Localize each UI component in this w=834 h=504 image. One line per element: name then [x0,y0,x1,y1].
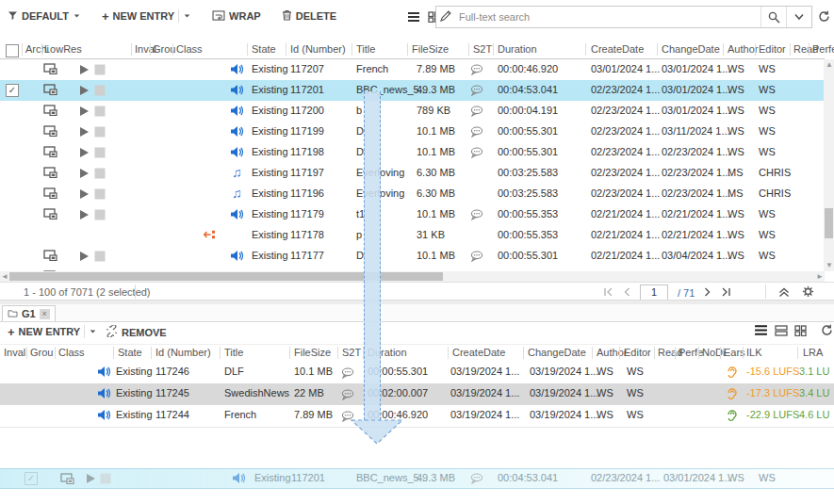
column-separator[interactable] [619,347,620,359]
play-icon[interactable] [79,168,90,181]
column-separator[interactable] [654,347,655,359]
select-all-checkbox[interactable] [6,44,19,57]
column-separator[interactable] [150,43,151,56]
column-separator[interactable] [698,347,699,359]
column-separator[interactable] [675,347,676,359]
filter-default-button[interactable]: DEFAULT [8,10,81,23]
table-row[interactable]: Existing117177D10.1 MB00:00:55.30102/21/… [0,246,825,268]
column-separator[interactable] [790,43,791,56]
column-header-createdate[interactable]: CreateDate [591,43,644,55]
wrap-button[interactable]: WRAP [212,10,261,23]
column-header-ilk[interactable]: ILK [746,347,762,358]
column-separator[interactable] [493,43,494,56]
column-separator[interactable] [131,43,132,56]
column-header-perfe[interactable]: Perfe [679,347,703,358]
tab-g1[interactable]: G1 × [2,305,56,321]
column-separator[interactable] [352,43,352,56]
column-separator[interactable] [723,43,724,56]
table-row[interactable]: Existing117246DLF10.1 MB00:00:55.30103/1… [0,362,834,384]
column-separator[interactable] [448,347,449,359]
scroll-right-icon[interactable]: ► [816,272,824,282]
column-separator[interactable] [407,43,408,56]
list-view-icon[interactable] [754,324,768,338]
stop-icon[interactable] [94,64,106,77]
tab-close-icon[interactable]: × [40,309,50,319]
vertical-scroll-thumb[interactable] [825,208,833,238]
column-header-editor[interactable]: Editor [759,43,786,55]
remove-button[interactable]: REMOVE [106,325,167,339]
stop-icon[interactable] [94,209,106,222]
column-separator[interactable] [55,347,56,359]
table-row[interactable]: Existing117199D10.1 MB00:00:55.30102/23/… [0,122,825,143]
collapse-pane-icon[interactable] [778,286,790,300]
query-edit-pencil-icon[interactable] [436,10,455,24]
column-header-id-number-[interactable]: Id (Number) [290,43,346,55]
column-separator[interactable] [22,43,23,56]
column-separator[interactable] [41,43,42,56]
column-separator[interactable] [468,43,469,56]
column-header-title[interactable]: Title [224,347,243,358]
search-input[interactable] [455,11,760,23]
column-header-grou[interactable]: Grou [30,347,53,358]
play-icon[interactable] [79,85,90,98]
column-header-class[interactable]: Class [58,347,85,358]
scroll-up-icon[interactable]: ▲ [826,60,833,70]
table-row[interactable]: Existing117179t110.1 MB00:00:55.35302/21… [0,204,825,226]
stop-icon[interactable] [94,147,106,160]
prev-page-icon[interactable] [623,287,630,299]
next-page-icon[interactable] [704,287,711,299]
row-checkbox[interactable]: ✓ [6,84,19,97]
first-page-icon[interactable] [603,287,613,299]
column-separator[interactable] [585,43,586,56]
column-separator[interactable] [289,347,290,359]
horizontal-scrollbar[interactable]: ◄ ► [0,271,825,282]
play-icon[interactable] [79,251,90,264]
refresh-icon[interactable] [821,324,833,338]
gear-icon[interactable] [802,285,814,300]
search-options-chevron[interactable] [786,7,811,27]
column-separator[interactable] [26,347,27,359]
column-header-changedate[interactable]: ChangeDate [528,347,586,358]
vertical-scrollbar[interactable]: ▲ ▼ [824,59,834,271]
column-header-changedate[interactable]: ChangeDate [662,43,720,55]
column-header-lowres[interactable]: LowRes [44,43,82,55]
column-header-id-number-[interactable]: Id (Number) [155,347,211,358]
column-header-inval[interactable]: Inval [4,347,25,358]
stop-icon[interactable] [94,126,106,139]
page-number-input[interactable]: 1 [640,285,668,301]
delete-button[interactable]: DELETE [282,9,336,23]
column-header-class[interactable]: Class [176,43,203,55]
column-separator[interactable] [337,347,338,359]
search-magnifier-button[interactable] [760,7,786,27]
column-header-title[interactable]: Title [356,43,375,55]
play-icon[interactable] [79,188,90,202]
column-separator[interactable] [113,347,114,359]
column-header-editor[interactable]: Editor [624,347,651,358]
chevron-down-icon[interactable] [183,10,191,22]
column-separator[interactable] [523,347,524,359]
column-separator[interactable] [743,347,744,359]
play-icon[interactable] [79,209,90,222]
play-icon[interactable] [79,64,90,77]
table-row[interactable]: ♫Existing117197Everloving6.30 MB00:03:25… [0,163,825,185]
column-separator[interactable] [592,347,593,359]
column-header-createdate[interactable]: CreateDate [452,347,505,358]
play-icon[interactable] [79,126,90,139]
rows-view-icon[interactable] [775,325,788,338]
column-separator[interactable] [755,43,756,56]
column-header-duration[interactable]: Duration [498,43,537,55]
column-separator[interactable] [172,43,173,56]
scroll-left-icon[interactable]: ◄ [1,272,8,282]
stop-icon[interactable] [94,168,106,181]
table-row[interactable]: ♫Existing117196Everloving6.30 MB00:03:25… [0,184,825,205]
table-row[interactable]: ✓Existing117201BBC_news_5...49.3 MB00:04… [0,80,825,102]
table-row[interactable]: Existing117178p31 KB00:00:55.35302/21/20… [0,225,825,247]
bottom-new-entry-button[interactable]: + NEW ENTRY [8,325,97,338]
scroll-down-icon[interactable]: ▼ [826,261,833,270]
stop-icon[interactable] [94,188,106,202]
stop-icon[interactable] [94,106,106,119]
last-page-icon[interactable] [721,287,731,299]
table-row[interactable]: Existing117200b789 KB00:00:04.19102/23/2… [0,101,825,122]
column-separator[interactable] [247,43,248,56]
column-header-nodi[interactable]: NoDi [702,347,725,358]
